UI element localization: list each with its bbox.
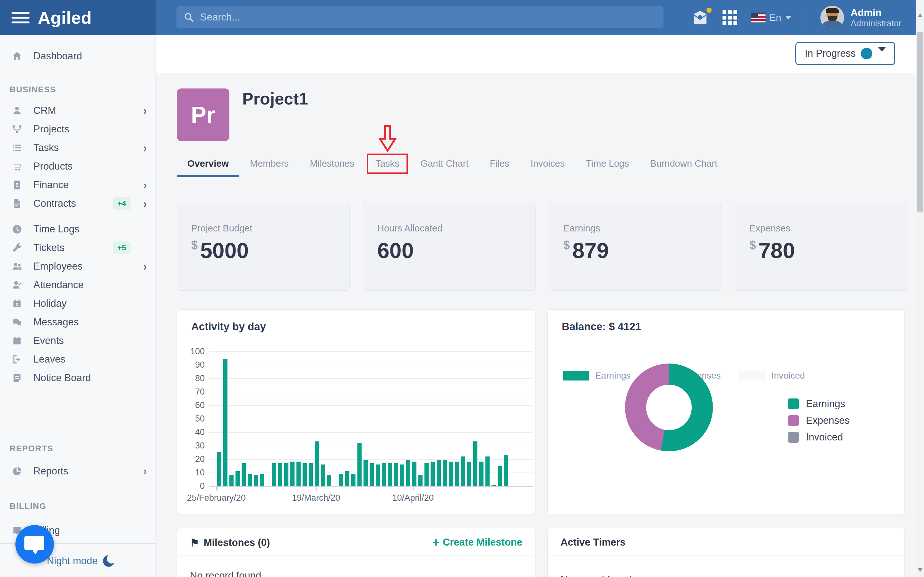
balance-donut-chart bbox=[625, 364, 713, 451]
sidebar-item-events[interactable]: Events bbox=[0, 332, 156, 350]
sidebar-item-products[interactable]: Products bbox=[0, 157, 156, 176]
sidebar-item-reports[interactable]: Reports› bbox=[0, 462, 156, 480]
cart-icon bbox=[10, 159, 24, 174]
count-badge: +4 bbox=[113, 197, 131, 210]
currency-symbol: $ bbox=[750, 239, 756, 251]
activity-bar bbox=[498, 466, 502, 486]
finance-icon: $ bbox=[10, 177, 24, 192]
language-selector[interactable]: En bbox=[751, 12, 792, 23]
activity-bar bbox=[290, 462, 294, 486]
tab-files[interactable]: Files bbox=[479, 151, 520, 177]
stat-card-project-budget: Project Budget$5000 bbox=[177, 203, 350, 291]
inbox-icon[interactable] bbox=[692, 10, 708, 25]
plus-icon: + bbox=[433, 538, 439, 546]
sidebar-item-projects[interactable]: Projects bbox=[0, 120, 156, 139]
sidebar-item-label: Time Logs bbox=[33, 223, 79, 235]
gridline bbox=[209, 392, 533, 392]
milestones-title: ⚑ Milestones (0) bbox=[190, 537, 270, 549]
sidebar-item-label: Attendance bbox=[33, 279, 84, 291]
user-name: Admin bbox=[851, 7, 901, 19]
activity-bar bbox=[412, 462, 417, 486]
sidebar-item-attendance[interactable]: Attendance bbox=[0, 276, 156, 294]
scrollbar-up-arrow[interactable] bbox=[918, 13, 923, 17]
legend-label: Earnings bbox=[806, 398, 845, 410]
stat-label: Expenses bbox=[750, 223, 790, 234]
sidebar-item-label: Events bbox=[33, 335, 64, 347]
tab-tasks[interactable]: Tasks bbox=[365, 151, 410, 177]
sidebar-item-crm[interactable]: CRM› bbox=[0, 101, 156, 120]
night-mode-toggle[interactable]: Night mode bbox=[47, 555, 115, 567]
sidebar-item-contracts[interactable]: Contracts+4› bbox=[0, 194, 156, 213]
page-scrollbar[interactable] bbox=[916, 0, 924, 577]
tab-label: Burndown Chart bbox=[650, 158, 717, 169]
search-input[interactable] bbox=[200, 11, 656, 23]
gridline bbox=[209, 432, 533, 433]
sidebar-item-tickets[interactable]: Tickets+5 bbox=[0, 239, 156, 257]
sidebar-item-label: Contracts bbox=[33, 198, 76, 210]
sidebar-item-label: Dashboard bbox=[33, 50, 82, 62]
hamburger-menu-icon[interactable] bbox=[11, 9, 29, 26]
sidebar-item-time-logs[interactable]: Time Logs bbox=[0, 220, 156, 239]
sidebar-item-label: Leaves bbox=[33, 354, 65, 365]
tab-burndown-chart[interactable]: Burndown Chart bbox=[640, 151, 728, 177]
sidebar-item-tasks[interactable]: Tasks› bbox=[0, 139, 156, 157]
scrollbar-thumb[interactable] bbox=[917, 32, 923, 211]
scrollbar-down-arrow[interactable] bbox=[918, 568, 923, 572]
activity-bar bbox=[376, 464, 380, 486]
stat-label: Hours Allocated bbox=[377, 223, 443, 234]
sidebar-item-messages[interactable]: Messages bbox=[0, 313, 156, 332]
sidebar-item-label: Finance bbox=[33, 179, 69, 191]
tab-time-logs[interactable]: Time Logs bbox=[575, 151, 640, 177]
tab-overview[interactable]: Overview bbox=[177, 151, 239, 177]
y-axis-tick-label: 100 bbox=[182, 347, 205, 356]
tab-label: Gantt Chart bbox=[421, 158, 469, 169]
sidebar-item-employees[interactable]: Employees› bbox=[0, 257, 156, 276]
activity-bar bbox=[382, 463, 386, 486]
activity-bar bbox=[284, 463, 288, 486]
activity-bar bbox=[437, 460, 441, 486]
global-search[interactable] bbox=[176, 6, 664, 28]
moon-icon bbox=[103, 555, 115, 567]
sidebar-section-reports: REPORTS bbox=[10, 444, 53, 454]
activity-bar bbox=[485, 456, 489, 486]
legend-label: Earnings bbox=[595, 371, 631, 381]
avatar bbox=[821, 6, 844, 29]
gridline bbox=[209, 378, 533, 379]
gridline bbox=[209, 459, 533, 460]
project-tabs: OverviewMembersMilestonesTasksGantt Char… bbox=[177, 151, 904, 177]
activity-bar bbox=[229, 475, 234, 486]
chat-icon bbox=[24, 536, 44, 550]
balance-card: Balance: $ 4121 EarningsExpensesInvoiced… bbox=[548, 309, 905, 515]
sidebar-item-finance[interactable]: $Finance› bbox=[0, 176, 156, 194]
tab-invoices[interactable]: Invoices bbox=[520, 151, 575, 177]
activity-bar bbox=[223, 359, 228, 486]
sidebar-item-notice-board[interactable]: Notice Board bbox=[0, 369, 156, 387]
svg-text:$: $ bbox=[16, 182, 19, 188]
activity-bar bbox=[357, 443, 362, 486]
activity-bar bbox=[467, 462, 471, 486]
y-axis-tick-label: 90 bbox=[182, 360, 205, 370]
create-milestone-button[interactable]: + Create Milestone bbox=[433, 537, 522, 548]
app-logo[interactable]: Agiled bbox=[38, 8, 92, 27]
pie-icon bbox=[10, 464, 24, 479]
sidebar-item-leaves[interactable]: Leaves bbox=[0, 350, 156, 369]
activity-bar bbox=[296, 462, 300, 486]
chat-widget-button[interactable] bbox=[15, 525, 54, 564]
project-status-dropdown[interactable]: In Progress bbox=[795, 42, 895, 65]
tab-milestones[interactable]: Milestones bbox=[299, 151, 365, 177]
tab-gantt-chart[interactable]: Gantt Chart bbox=[410, 151, 479, 177]
sidebar-item-dashboard[interactable]: Dashboard bbox=[0, 47, 156, 65]
home-icon bbox=[10, 49, 24, 63]
annotation-box bbox=[367, 153, 408, 174]
balance-title: Balance: $ 4121 bbox=[562, 321, 641, 333]
sidebar-item-holiday[interactable]: xHoliday bbox=[0, 294, 156, 313]
chevron-down-icon bbox=[785, 16, 792, 19]
tab-members[interactable]: Members bbox=[239, 151, 299, 177]
user-menu[interactable]: Admin Administrator bbox=[821, 6, 901, 29]
x-axis-tick bbox=[316, 487, 317, 490]
chat-icon bbox=[10, 315, 24, 330]
apps-grid-icon[interactable] bbox=[722, 10, 737, 25]
activity-bar bbox=[473, 442, 477, 486]
stat-card-expenses: Expenses$780 bbox=[735, 203, 908, 291]
activity-bar bbox=[449, 462, 453, 486]
